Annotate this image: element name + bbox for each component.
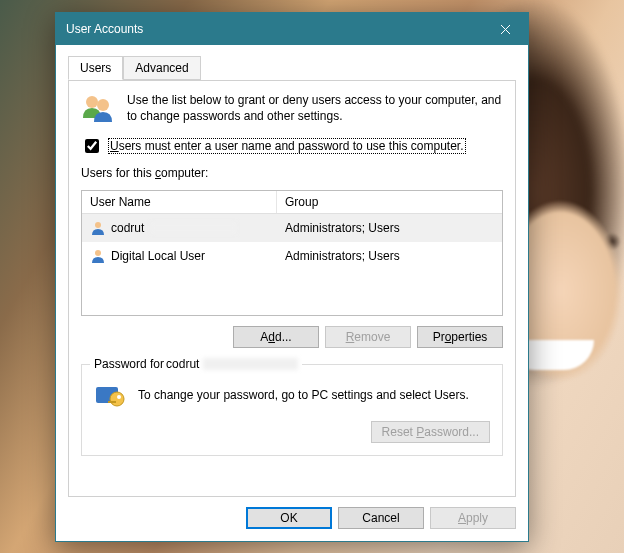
- user-name-cell: Digital Local User: [111, 249, 205, 263]
- user-group-cell: Administrators; Users: [277, 244, 502, 268]
- properties-button[interactable]: Properties: [417, 326, 503, 348]
- password-groupbox: Password for codrut To change your passw…: [81, 364, 503, 456]
- listview-body: codrut Administrators; Users Digital Loc…: [82, 214, 502, 315]
- redacted-text: [151, 222, 236, 234]
- tabstrip: Users Advanced: [68, 56, 516, 81]
- require-password-checkbox[interactable]: [85, 139, 99, 153]
- user-name-cell: codrut: [111, 221, 144, 235]
- column-group[interactable]: Group: [277, 191, 502, 213]
- content-area: Users Advanced Use the list below to gra…: [56, 45, 528, 541]
- svg-rect-7: [108, 401, 116, 403]
- intro-text: Use the list below to grant or deny user…: [127, 92, 503, 124]
- users-listview[interactable]: User Name Group codrut Adminis: [81, 190, 503, 316]
- user-icon: [90, 248, 106, 264]
- require-password-checkbox-row[interactable]: Users must enter a user name and passwor…: [81, 136, 503, 156]
- cancel-button[interactable]: Cancel: [338, 507, 424, 529]
- users-list-label: Users for this computer:: [81, 166, 503, 180]
- svg-point-1: [97, 99, 109, 111]
- window-title: User Accounts: [66, 22, 482, 36]
- tab-advanced[interactable]: Advanced: [123, 56, 200, 80]
- tab-panel-users: Use the list below to grant or deny user…: [68, 80, 516, 497]
- password-groupbox-title: Password for codrut: [90, 357, 302, 371]
- svg-point-3: [95, 250, 101, 256]
- table-row[interactable]: codrut Administrators; Users: [82, 214, 502, 242]
- require-password-label: Users must enter a user name and passwor…: [108, 138, 466, 154]
- listview-header[interactable]: User Name Group: [82, 191, 502, 214]
- column-username[interactable]: User Name: [82, 191, 277, 213]
- close-icon: [500, 24, 511, 35]
- user-buttons-row: Add... Remove Properties: [81, 326, 503, 348]
- svg-point-5: [110, 392, 124, 406]
- key-icon: [94, 379, 126, 411]
- password-instruction-text: To change your password, go to PC settin…: [138, 388, 469, 402]
- user-accounts-window: User Accounts Users Advanced Use the lis…: [55, 12, 529, 542]
- users-icon: [81, 92, 115, 126]
- svg-point-6: [117, 395, 121, 399]
- close-button[interactable]: [482, 13, 528, 45]
- table-row[interactable]: Digital Local User Administrators; Users: [82, 242, 502, 270]
- user-icon: [90, 220, 106, 236]
- apply-button: Apply: [430, 507, 516, 529]
- titlebar: User Accounts: [56, 13, 528, 45]
- tab-users[interactable]: Users: [68, 56, 123, 80]
- remove-button: Remove: [325, 326, 411, 348]
- add-button[interactable]: Add...: [233, 326, 319, 348]
- dialog-footer: OK Cancel Apply: [68, 497, 516, 529]
- ok-button[interactable]: OK: [246, 507, 332, 529]
- user-group-cell: Administrators; Users: [277, 216, 502, 240]
- reset-password-button: Reset Password...: [371, 421, 490, 443]
- intro-row: Use the list below to grant or deny user…: [81, 92, 503, 126]
- svg-point-2: [95, 222, 101, 228]
- svg-point-0: [86, 96, 98, 108]
